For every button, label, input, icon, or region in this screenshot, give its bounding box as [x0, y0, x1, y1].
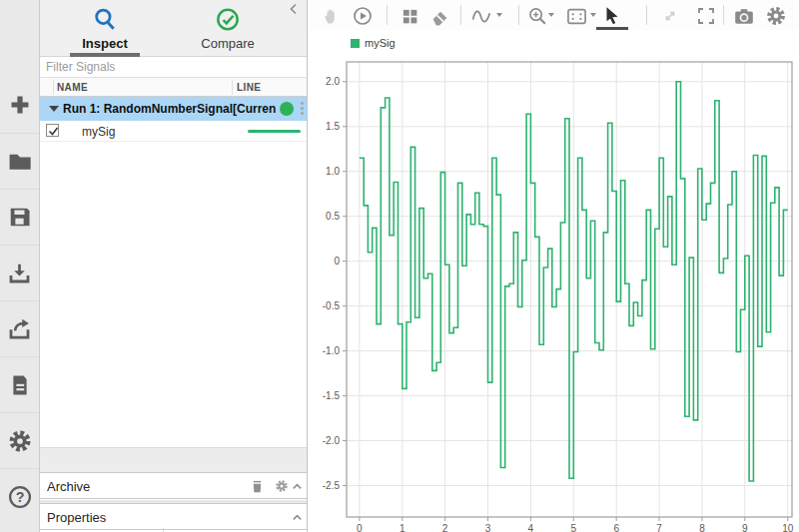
chevron-left-icon — [287, 2, 301, 16]
signal-row-mysig[interactable]: mySig — [40, 121, 307, 142]
preferences-gear-icon — [7, 428, 33, 454]
cursor-arrow-icon — [601, 5, 623, 27]
y-tick-label: -0.5 — [323, 300, 341, 311]
y-tick-label: 1.0 — [326, 166, 340, 177]
toolbar-separator — [387, 5, 388, 25]
run-label: Run 1: RandomNumberSignal[Curren — [63, 102, 277, 116]
signal-wave-button[interactable] — [469, 4, 493, 28]
run-color-dot — [280, 102, 294, 116]
properties-column-divider — [163, 528, 164, 532]
tab-compare[interactable]: Compare — [173, 0, 283, 57]
archive-label: Archive — [47, 479, 90, 494]
x-tick-label: 3 — [485, 523, 491, 532]
pan-hand-icon — [322, 6, 342, 26]
y-tick-label: 0.5 — [326, 211, 340, 222]
fit-dropdown-caret[interactable] — [590, 13, 596, 17]
replay-icon — [352, 5, 374, 27]
toolbar-separator — [460, 5, 461, 25]
save-button[interactable] — [0, 189, 39, 245]
toolbar-separator — [518, 5, 519, 25]
x-tick-label: 9 — [742, 523, 748, 532]
toolbar-separator — [723, 5, 724, 25]
pan-diagonal-button — [658, 4, 682, 28]
export-button[interactable] — [0, 300, 39, 356]
fit-to-view-button[interactable] — [564, 4, 588, 28]
tab-inspect[interactable]: Inspect — [50, 0, 160, 57]
properties-section-header[interactable]: Properties — [40, 503, 307, 530]
snapshot-button[interactable] — [732, 4, 756, 28]
y-tick-label: 0 — [334, 256, 340, 266]
run-options-menu-icon[interactable] — [297, 100, 307, 118]
svg-text:?: ? — [15, 489, 24, 505]
x-tick-label: 6 — [613, 523, 619, 532]
layout-grid-button[interactable] — [398, 4, 421, 28]
export-icon — [7, 316, 32, 341]
x-tick-label: 2 — [442, 523, 448, 532]
fullscreen-button[interactable] — [694, 4, 718, 28]
trash-icon[interactable] — [250, 479, 265, 498]
replay-button[interactable] — [351, 4, 375, 28]
create-report-icon — [8, 373, 32, 397]
archive-collapse-chevron-icon[interactable] — [291, 479, 304, 497]
filter-signals-input[interactable] — [40, 57, 307, 78]
help-button[interactable]: ? — [0, 468, 39, 524]
eraser-button[interactable] — [427, 4, 451, 28]
snapshot-camera-icon — [733, 5, 755, 27]
pan-diagonal-icon — [660, 6, 680, 26]
signal-stair-plot[interactable]: 0123456789102.01.51.00.50-0.5-1.0-1.5-2.… — [309, 30, 799, 532]
checkmark-icon — [47, 125, 60, 138]
preferences-button[interactable] — [0, 412, 39, 468]
collapse-panel-button[interactable] — [287, 2, 301, 20]
import-icon — [7, 261, 32, 285]
add-button[interactable] — [0, 77, 39, 133]
eraser-icon — [429, 6, 450, 27]
signal-name: mySig — [82, 125, 115, 139]
import-button[interactable] — [0, 245, 39, 300]
properties-label: Properties — [47, 510, 106, 525]
y-tick-label: -2.0 — [323, 435, 341, 446]
x-tick-label: 5 — [571, 523, 577, 532]
tab-compare-label: Compare — [173, 36, 283, 51]
settings-gear-icon — [765, 5, 787, 27]
cursor-arrow-button[interactable] — [600, 4, 624, 28]
toolbar-separator — [646, 5, 647, 25]
fit-to-view-icon — [565, 5, 588, 28]
open-button[interactable] — [0, 133, 39, 189]
y-tick-label: -1.5 — [323, 390, 341, 401]
signal-wave-dropdown-caret[interactable] — [496, 13, 502, 17]
x-tick-label: 7 — [656, 523, 662, 532]
plot-toolbar — [309, 0, 799, 30]
compare-check-icon — [215, 6, 242, 37]
archive-settings-gear-icon[interactable] — [275, 479, 289, 497]
pan-hand-button — [320, 4, 344, 28]
x-tick-label: 0 — [357, 523, 363, 532]
x-tick-label: 1 — [400, 523, 405, 532]
archive-section-header[interactable]: Archive — [40, 472, 307, 499]
properties-collapse-chevron-icon[interactable] — [291, 510, 304, 528]
fullscreen-icon — [696, 6, 716, 26]
zoom-in-button[interactable] — [525, 4, 549, 28]
tab-inspect-label: Inspect — [50, 36, 160, 51]
simulation-data-inspector-window: ? Inspect Compare — [0, 0, 799, 532]
expand-collapse-caret-icon[interactable] — [49, 106, 59, 112]
plot-pane: mySig 0123456789102.01.51.00.50-0.5-1.0-… — [309, 0, 799, 532]
left-toolbar: ? — [0, 0, 40, 532]
panel-tabs-header: Inspect Compare — [40, 0, 307, 57]
plot-settings-button[interactable] — [764, 4, 788, 28]
zoom-in-icon — [527, 6, 548, 27]
y-tick-label: -2.5 — [323, 480, 341, 491]
signal-checkbox[interactable] — [46, 124, 59, 137]
signal-wave-icon — [470, 5, 493, 28]
signal-tree-empty-area — [40, 142, 307, 447]
x-tick-label: 10 — [782, 523, 794, 532]
zoom-dropdown-caret[interactable] — [548, 13, 554, 17]
y-tick-label: -1.0 — [323, 345, 341, 356]
filter-signals-row — [40, 57, 307, 78]
x-tick-label: 8 — [699, 523, 705, 532]
open-folder-icon — [7, 149, 33, 175]
x-tick-label: 4 — [528, 523, 534, 532]
add-icon — [7, 92, 33, 118]
run-row[interactable]: Run 1: RandomNumberSignal[Curren — [40, 97, 307, 121]
y-tick-label: 1.5 — [326, 121, 340, 132]
report-button[interactable] — [0, 356, 39, 412]
